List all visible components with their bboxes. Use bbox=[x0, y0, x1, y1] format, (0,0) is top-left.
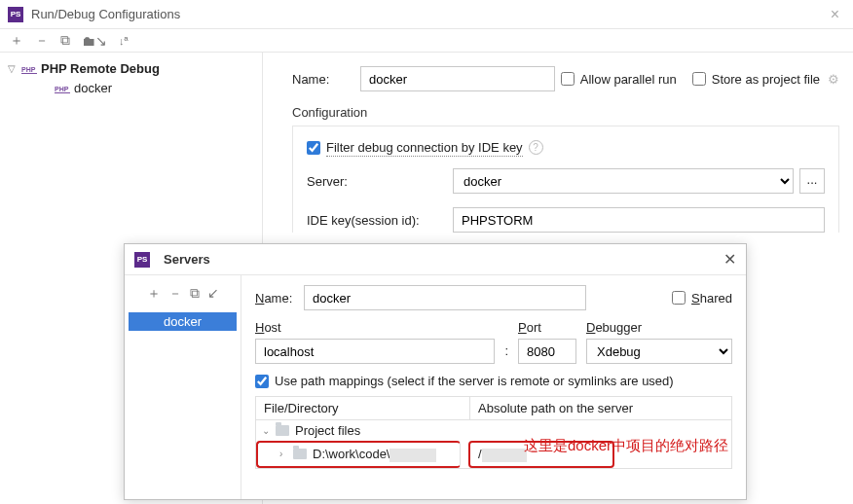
tree-node-docker[interactable]: PHP docker bbox=[4, 78, 258, 97]
configuration-section-title: Configuration bbox=[292, 105, 839, 120]
filter-ide-key-checkbox[interactable] bbox=[307, 141, 320, 155]
window-title: Run/Debug Configurations bbox=[31, 7, 825, 21]
servers-list-panel: ＋ － ⧉ ↙ docker bbox=[125, 275, 241, 499]
column-absolute-path: Absolute path on the server bbox=[470, 397, 641, 419]
colon-separator: : bbox=[504, 343, 508, 364]
phpstorm-logo: PS bbox=[8, 7, 23, 22]
host-label: Host bbox=[255, 320, 495, 335]
chevron-down-icon[interactable]: ▽ bbox=[8, 63, 18, 74]
column-file-directory: File/Directory bbox=[256, 397, 470, 419]
ide-key-input[interactable] bbox=[453, 207, 825, 233]
name-input[interactable] bbox=[360, 66, 555, 91]
local-path: D:\work\code\ bbox=[313, 447, 436, 462]
shared-label: Shared bbox=[691, 291, 732, 306]
sort-icon[interactable]: ↓ª bbox=[119, 35, 129, 47]
php-icon: PHP bbox=[55, 83, 70, 93]
server-name-input[interactable] bbox=[304, 285, 586, 310]
add-icon[interactable]: ＋ bbox=[147, 285, 161, 303]
servers-dialog: PS Servers ✕ ＋ － ⧉ ↙ docker Name: Shared bbox=[124, 243, 747, 500]
annotation-text: 这里是docker中项目的绝对路径 bbox=[524, 437, 728, 455]
path-mappings-table: File/Directory Absolute path on the serv… bbox=[255, 396, 732, 469]
port-label: Port bbox=[518, 320, 576, 335]
folder-icon bbox=[276, 425, 289, 436]
project-files-label: Project files bbox=[295, 423, 360, 438]
phpstorm-logo: PS bbox=[134, 252, 150, 268]
tree-label: PHP Remote Debug bbox=[41, 61, 160, 76]
tree-label: docker bbox=[74, 81, 112, 95]
add-icon[interactable]: ＋ bbox=[10, 32, 23, 50]
servers-form: Name: Shared Host : Port Debugger bbox=[241, 275, 746, 499]
server-label: Server: bbox=[307, 174, 453, 189]
server-name-label: Name: bbox=[255, 291, 304, 306]
config-toolbar: ＋ － ⧉ 🖿↘ ↓ª bbox=[0, 29, 853, 53]
debugger-label: Debugger bbox=[586, 320, 732, 335]
remove-icon[interactable]: － bbox=[35, 32, 49, 50]
close-icon[interactable]: ✕ bbox=[723, 250, 736, 269]
chevron-down-icon[interactable]: ⌄ bbox=[262, 425, 272, 436]
filter-ide-key-label: Filter debug connection by IDE key bbox=[326, 140, 523, 155]
debugger-select[interactable]: Xdebug bbox=[586, 339, 732, 364]
tree-node-php-remote-debug[interactable]: ▽ PHP PHP Remote Debug bbox=[4, 58, 258, 78]
save-template-icon[interactable]: 🖿↘ bbox=[82, 33, 107, 49]
configuration-section: Filter debug connection by IDE key ? Ser… bbox=[292, 126, 839, 233]
use-path-mappings-label: Use path mappings (select if the server … bbox=[275, 374, 674, 388]
chevron-right-icon[interactable]: › bbox=[279, 449, 289, 459]
gear-icon[interactable]: ⚙ bbox=[828, 72, 839, 87]
window-header: PS Run/Debug Configurations × bbox=[0, 0, 853, 29]
server-select[interactable]: docker bbox=[453, 168, 794, 194]
allow-parallel-label: Allow parallel run bbox=[580, 72, 677, 87]
servers-dialog-header: PS Servers ✕ bbox=[125, 244, 746, 275]
help-icon[interactable]: ? bbox=[529, 140, 543, 155]
copy-icon[interactable]: ⧉ bbox=[190, 285, 200, 303]
php-icon: PHP bbox=[21, 63, 37, 74]
store-file-label: Store as project file bbox=[712, 72, 820, 87]
server-browse-button[interactable]: ... bbox=[799, 168, 825, 194]
name-label: Name: bbox=[292, 72, 360, 87]
store-file-checkbox[interactable] bbox=[692, 72, 706, 86]
host-port-debugger-row: Host : Port Debugger Xdebug bbox=[255, 320, 732, 364]
server-list-item-docker[interactable]: docker bbox=[129, 312, 237, 331]
close-icon[interactable]: × bbox=[825, 6, 845, 23]
import-icon[interactable]: ↙ bbox=[207, 285, 219, 303]
ide-key-label: IDE key(session id): bbox=[307, 213, 453, 228]
folder-icon bbox=[293, 449, 307, 459]
servers-dialog-title: Servers bbox=[164, 252, 723, 267]
shared-checkbox[interactable] bbox=[672, 291, 686, 305]
port-input[interactable] bbox=[518, 339, 576, 364]
remove-icon[interactable]: － bbox=[168, 285, 182, 303]
allow-parallel-checkbox[interactable] bbox=[561, 72, 575, 86]
copy-icon[interactable]: ⧉ bbox=[60, 32, 70, 49]
host-input[interactable] bbox=[255, 339, 495, 364]
use-path-mappings-checkbox[interactable] bbox=[255, 375, 269, 388]
